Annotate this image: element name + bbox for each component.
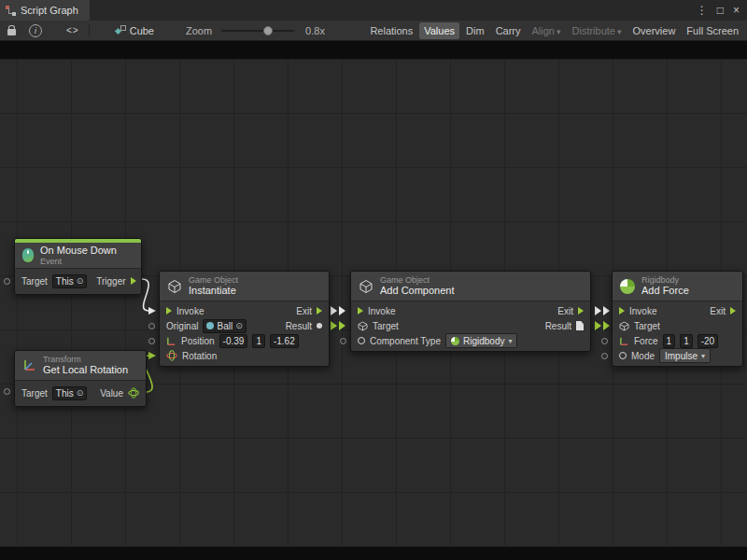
graph-toolbar: i <> Cube Zoom 0.8x Relations Values Dim…: [0, 21, 747, 41]
window-menu-icon[interactable]: ⋮: [697, 4, 708, 17]
info-icon[interactable]: i: [29, 24, 42, 37]
value-arrow[interactable]: [603, 321, 610, 330]
transform-icon: [22, 358, 36, 372]
script-graph-window: Script Graph ⋮ □ × i <> Cube Zoom 0.8x R…: [0, 0, 747, 560]
relations-button[interactable]: Relations: [365, 22, 417, 39]
zoom-slider[interactable]: [221, 30, 294, 32]
mode-input-port[interactable]: [601, 353, 608, 359]
overview-button[interactable]: Overview: [628, 22, 681, 39]
type-icon: [358, 337, 365, 344]
node-header[interactable]: Game Object Add Component: [351, 272, 590, 301]
row-invoke-exit: Invoke Exit: [160, 303, 329, 318]
target-input-port[interactable]: [4, 278, 10, 285]
exit-label: Exit: [710, 306, 726, 316]
target-object-field[interactable]: This ⊙: [52, 274, 87, 288]
flow-arrow[interactable]: [339, 306, 345, 315]
object-picker-icon[interactable]: ⊙: [235, 321, 243, 330]
value-arrow[interactable]: [331, 321, 337, 330]
node-add-force[interactable]: Rigidbody Add Force Invoke Exit Target: [612, 271, 743, 367]
script-graph-icon: [6, 6, 16, 16]
maximize-icon[interactable]: □: [717, 4, 724, 17]
flow-arrow[interactable]: [331, 306, 337, 315]
cube-mini-icon: [619, 321, 629, 331]
exit-output-port[interactable]: [317, 307, 322, 315]
lock-icon[interactable]: [7, 29, 16, 35]
position-input-port[interactable]: [148, 338, 155, 344]
game-object-cube-icon: [167, 279, 182, 294]
row-target: Target: [613, 318, 742, 333]
node-header[interactable]: Game Object Instantiate: [160, 272, 329, 301]
row-target-trigger: Target This ⊙ Trigger: [15, 271, 141, 291]
position-x-field[interactable]: -0.39: [219, 334, 248, 348]
code-view-icon[interactable]: <>: [66, 25, 79, 35]
chevron-down-icon: ▾: [557, 27, 561, 36]
row-target-result: Target Result: [351, 318, 590, 333]
target-input-port[interactable]: [4, 388, 10, 395]
original-input-port[interactable]: [148, 323, 155, 329]
zoom-slider-handle[interactable]: [263, 26, 273, 35]
dim-button[interactable]: Dim: [461, 22, 489, 39]
target-label: Target: [634, 321, 660, 331]
force-x-field[interactable]: 1: [663, 334, 676, 348]
invoke-input-port[interactable]: [619, 307, 625, 315]
force-input-port[interactable]: [601, 338, 608, 344]
node-category: Game Object: [380, 275, 455, 286]
exit-output-port[interactable]: [730, 307, 736, 315]
node-header[interactable]: Transform Get Local Rotation: [15, 351, 146, 381]
zoom-value: 0.8x: [305, 25, 325, 36]
component-type-label: Component Type: [370, 336, 441, 346]
vector3-axes-icon: [166, 336, 176, 346]
force-z-field[interactable]: -20: [698, 334, 718, 348]
component-type-dropdown[interactable]: Rigidbody ▾: [445, 333, 518, 348]
row-rotation: Rotation: [160, 348, 329, 363]
node-subtitle: Event: [40, 257, 117, 267]
close-icon[interactable]: ×: [733, 4, 740, 17]
graph-object-reference[interactable]: Cube: [116, 25, 154, 36]
position-z-field[interactable]: -1.62: [270, 334, 299, 348]
tab-label: Script Graph: [21, 5, 78, 16]
exit-output-port[interactable]: [578, 307, 584, 315]
original-object-field[interactable]: Ball ⊙: [203, 319, 246, 333]
node-title: Add Component: [380, 285, 455, 297]
object-picker-icon[interactable]: ⊙: [77, 388, 84, 398]
position-y-field[interactable]: 1: [252, 334, 265, 348]
toolbar-separator: [89, 24, 90, 36]
flow-arrow[interactable]: [595, 306, 601, 315]
canvas-top-band: [0, 41, 747, 59]
node-add-component[interactable]: Game Object Add Component Invoke Exit Ta…: [350, 271, 591, 352]
node-get-local-rotation[interactable]: Transform Get Local Rotation Target This…: [14, 350, 147, 407]
invoke-input-port[interactable]: [358, 307, 363, 315]
invoke-label: Invoke: [176, 306, 204, 316]
tab-script-graph[interactable]: Script Graph: [0, 0, 90, 21]
exit-label: Exit: [296, 306, 312, 316]
node-instantiate[interactable]: Game Object Instantiate Invoke Exit Orig…: [159, 271, 330, 367]
result-output-port[interactable]: [317, 323, 322, 329]
result-output-port[interactable]: [576, 321, 584, 330]
trigger-output-port[interactable]: [131, 277, 136, 285]
force-y-field[interactable]: 1: [680, 334, 693, 348]
align-button[interactable]: Align▾: [528, 22, 566, 39]
object-picker-icon[interactable]: ⊙: [77, 276, 84, 286]
values-button[interactable]: Values: [419, 22, 459, 39]
force-label: Force: [634, 336, 658, 346]
node-on-mouse-down[interactable]: On Mouse Down Event Target This ⊙ Trigge…: [14, 238, 142, 295]
node-header[interactable]: Rigidbody Add Force: [613, 272, 742, 301]
row-target-value: Target This ⊙ Value: [15, 383, 146, 403]
force-mode-dropdown[interactable]: Impulse ▾: [659, 348, 711, 363]
fullscreen-button[interactable]: Full Screen: [682, 22, 743, 39]
carry-button[interactable]: Carry: [491, 22, 526, 39]
vector3-axes-icon: [619, 336, 629, 346]
invoke-input-port[interactable]: [166, 307, 172, 315]
flow-arrow[interactable]: [603, 306, 610, 315]
graph-object-label: Cube: [130, 25, 154, 36]
target-object-field[interactable]: This ⊙: [52, 386, 87, 400]
distribute-button[interactable]: Distribute▾: [568, 22, 627, 39]
canvas-bottom-band: [0, 547, 747, 560]
value-label: Value: [100, 388, 123, 399]
component-type-input-port[interactable]: [340, 338, 346, 344]
value-arrow[interactable]: [595, 321, 601, 330]
rotation-value-port[interactable]: [128, 387, 139, 399]
mode-label: Mode: [631, 351, 655, 361]
value-arrow[interactable]: [339, 321, 345, 330]
node-header[interactable]: On Mouse Down Event: [15, 243, 141, 269]
